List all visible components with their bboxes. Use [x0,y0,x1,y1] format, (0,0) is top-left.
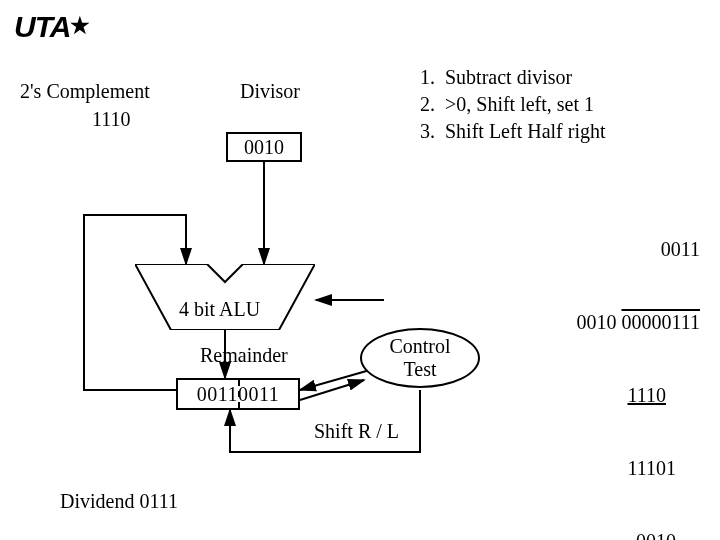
svg-line-4 [300,380,364,400]
remainder-label: Remainder [200,344,288,367]
remainder-box: 00110011 [176,378,300,410]
diagram-wires [0,0,720,540]
control-test-block: Control Test [360,328,480,388]
dividend-label: Dividend 0111 [60,490,178,513]
alu-label: 4 bit ALU [179,298,260,321]
shift-rl-label: Shift R / L [310,420,403,443]
svg-line-3 [300,370,370,390]
